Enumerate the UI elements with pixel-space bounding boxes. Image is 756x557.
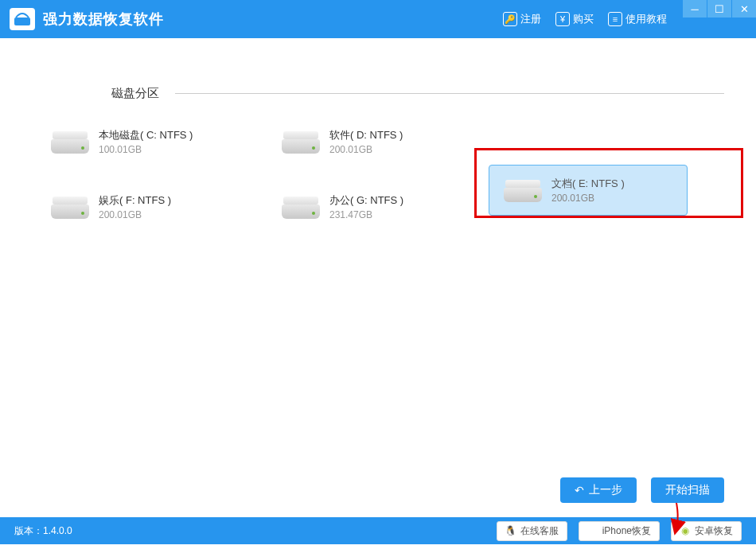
- disk-icon: [51, 193, 89, 219]
- partition-c[interactable]: 本地磁盘( C: NTFS ) 100.01GB: [48, 125, 247, 158]
- svg-rect-0: [14, 18, 30, 25]
- back-arrow-icon: ↶: [575, 484, 584, 497]
- partition-g[interactable]: 办公( G: NTFS ) 231.47GB: [279, 190, 477, 224]
- window-controls: ─ ☐ ✕: [682, 0, 756, 18]
- disk-icon: [504, 177, 542, 202]
- register-label: 注册: [520, 12, 541, 26]
- android-icon: ◉: [680, 525, 691, 536]
- partition-name: 办公( G: NTFS ): [329, 193, 403, 208]
- close-button[interactable]: ✕: [732, 0, 756, 18]
- partition-name: 娱乐( F: NTFS ): [99, 193, 171, 208]
- tutorial-label: 使用教程: [625, 12, 667, 26]
- section-title: 磁盘分区: [111, 86, 159, 101]
- yen-icon: ¥: [555, 12, 570, 26]
- bottom-actions: ↶ 上一步 开始扫描: [560, 477, 724, 503]
- iphone-recovery-button[interactable]: iPhone恢复: [579, 521, 660, 541]
- android-recovery-label: 安卓恢复: [695, 524, 733, 538]
- scan-label: 开始扫描: [665, 483, 710, 497]
- partition-size: 231.47GB: [329, 209, 403, 220]
- app-logo: [10, 8, 35, 30]
- apple-icon: [587, 525, 598, 536]
- version-label: 版本：1.4.0.0: [14, 524, 72, 538]
- partition-size: 100.01GB: [99, 144, 193, 155]
- prev-label: 上一步: [589, 483, 622, 497]
- partition-size: 200.01GB: [99, 209, 171, 220]
- main-content: 磁盘分区 本地磁盘( C: NTFS ) 100.01GB 软件( D: NTF…: [0, 38, 756, 517]
- selected-partition-wrap: 文档( E: NTFS ) 200.01GB: [489, 165, 688, 216]
- partition-name: 软件( D: NTFS ): [329, 128, 403, 142]
- partition-size: 200.01GB: [551, 193, 625, 204]
- footer: 版本：1.4.0.0 🐧 在线客服 iPhone恢复 ◉ 安卓恢复: [0, 517, 756, 544]
- disk-icon: [282, 193, 320, 219]
- partition-d[interactable]: 软件( D: NTFS ) 200.01GB: [279, 125, 477, 158]
- register-button[interactable]: 🔑 注册: [503, 12, 541, 26]
- prev-button[interactable]: ↶ 上一步: [560, 477, 637, 503]
- maximize-button[interactable]: ☐: [707, 0, 731, 18]
- header-actions: 🔑 注册 ¥ 购买 ≡ 使用教程: [503, 12, 667, 26]
- key-icon: 🔑: [503, 12, 517, 26]
- iphone-recovery-label: iPhone恢复: [602, 524, 651, 538]
- footer-right: 🐧 在线客服 iPhone恢复 ◉ 安卓恢复: [497, 521, 742, 541]
- partition-name: 本地磁盘( C: NTFS ): [99, 128, 193, 142]
- qq-icon: 🐧: [505, 525, 516, 536]
- divider: [175, 93, 724, 94]
- titlebar: 强力数据恢复软件 🔑 注册 ¥ 购买 ≡ 使用教程 ─ ☐ ✕: [0, 0, 756, 38]
- disk-icon: [51, 128, 89, 154]
- partition-e[interactable]: 文档( E: NTFS ) 200.01GB: [489, 165, 688, 216]
- section-header: 磁盘分区: [24, 86, 732, 101]
- partition-f[interactable]: 娱乐( F: NTFS ) 200.01GB: [48, 190, 247, 224]
- minimize-button[interactable]: ─: [683, 0, 707, 18]
- app-title: 强力数据恢复软件: [43, 10, 164, 29]
- buy-label: 购买: [573, 12, 594, 26]
- tutorial-button[interactable]: ≡ 使用教程: [608, 12, 667, 26]
- android-recovery-button[interactable]: ◉ 安卓恢复: [671, 521, 742, 541]
- partition-size: 200.01GB: [329, 144, 403, 155]
- online-service-label: 在线客服: [520, 524, 559, 538]
- disk-icon: [282, 128, 320, 154]
- buy-button[interactable]: ¥ 购买: [555, 12, 594, 26]
- partition-name: 文档( E: NTFS ): [551, 177, 625, 191]
- scan-button[interactable]: 开始扫描: [651, 477, 724, 503]
- doc-icon: ≡: [608, 12, 622, 26]
- online-service-button[interactable]: 🐧 在线客服: [497, 521, 567, 541]
